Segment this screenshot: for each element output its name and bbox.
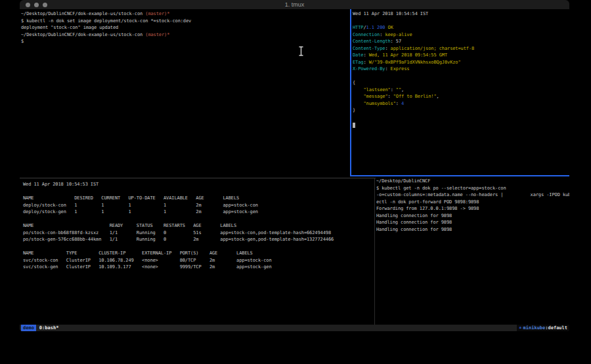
pane-http-response[interactable]: Wed 11 Apr 2018 10:54:54 IST HTTP/1.1 20… — [353, 10, 568, 174]
tmux-status-bar: demo 0:bash* ⎈ minikube :default — [20, 325, 569, 331]
pane-port-forward[interactable]: ~/Desktop/DublinCNCF$ kubectl get -n dok… — [376, 178, 568, 323]
active-pane-border-horizontal[interactable] — [350, 175, 569, 176]
kube-context-name: minikube — [523, 325, 546, 331]
pane-divider-horizontal[interactable] — [20, 178, 376, 178]
terminal-area: ~/Desktop/DublinCNCF/dok-example-us/stoc… — [20, 9, 569, 325]
pane-shell-top-left[interactable]: ~/Desktop/DublinCNCF/dok-example-us/stoc… — [21, 10, 348, 174]
window-title: 1. tmux — [20, 0, 569, 9]
tmux-window-label[interactable]: 0:bash* — [39, 325, 59, 331]
pane-divider-vertical-bottom[interactable] — [374, 178, 375, 325]
kube-context-indicator: ⎈ minikube :default — [517, 325, 569, 331]
titlebar[interactable]: 1. tmux — [20, 0, 569, 9]
kube-namespace: :default — [545, 325, 567, 331]
tmux-session-name[interactable]: demo — [21, 325, 36, 331]
pane-kubectl-get[interactable]: Wed 11 Apr 2018 10:54:53 IST NAME DESIRE… — [23, 181, 373, 324]
terminal-window: 1. tmux ~/Desktop/DublinCNCF/dok-example… — [20, 0, 569, 331]
active-pane-border-vertical[interactable] — [350, 9, 351, 176]
helm-wheel-icon: ⎈ — [519, 325, 521, 331]
mouse-ibeam-cursor-icon — [298, 46, 304, 59]
